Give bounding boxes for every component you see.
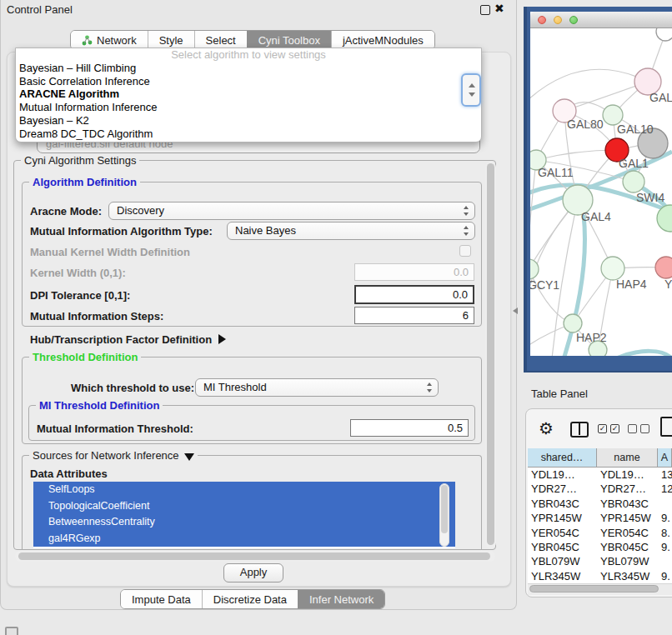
manual-kernel-width-checkbox[interactable] [459,245,471,257]
column-header-name[interactable]: name [597,448,658,468]
network-node[interactable] [564,314,582,332]
data-attributes-list[interactable]: SelfLoopsTopologicalCoefficientBetweenne… [33,482,455,548]
table-cell: 9. [661,540,670,554]
bottom-tab-bar: Impute DataDiscretize DataInfer Network [120,589,385,609]
settings-vertical-scrollbar-thumb[interactable] [487,163,494,545]
network-edge[interactable] [611,351,672,356]
network-graph[interactable]: GALGAL80GAL10GAL1GAL11SWI4GAL4GCY1HAP4YH… [530,28,672,356]
node-label: Y [664,278,672,291]
tab-infer-network[interactable]: Infer Network [298,590,384,608]
node-table[interactable]: shared…nameAYDL19…YDL19…13YDR27…YDR27…12… [528,448,672,584]
node-label: GAL [649,91,672,104]
table-row[interactable]: YBR043CYBR043C [528,497,672,511]
node-label: HAP2 [576,331,607,344]
deselect-checkbox-icon[interactable] [640,424,649,433]
network-window: GALGAL80GAL10GAL1GAL11SWI4GAL4GCY1HAP4YH… [530,12,672,356]
aracne-mode-combobox[interactable]: Discovery [108,202,475,220]
table-cell: 8. [661,526,670,540]
minimized-panel-icon[interactable] [5,627,18,635]
network-canvas[interactable]: GALGAL80GAL10GAL1GAL11SWI4GAL4GCY1HAP4YH… [530,28,672,356]
algorithm-dropdown-popup: Select algorithm to view settings Bayesi… [15,48,482,142]
close-traffic-light-icon[interactable] [538,16,546,24]
apply-button[interactable]: Apply [223,563,283,582]
tab-label: Cyni Toolbox [258,34,320,47]
tab-label: Network [97,34,137,47]
column-header-shared[interactable]: shared… [528,448,597,468]
stepper-down-icon [464,212,469,216]
algorithm-option[interactable]: Mutual Information Inference [16,101,481,114]
close-panel-icon[interactable]: ✖ [494,2,504,15]
table-row[interactable]: YDR27…YDR27…12 [528,482,672,496]
deselect-checkbox-icon[interactable] [628,424,637,433]
hub-definition-toggle[interactable]: Hub/Transcription Factor Definition [30,333,226,346]
tab-impute-data[interactable]: Impute Data [121,590,202,608]
table-cell: YDR27… [600,482,646,496]
table-row[interactable]: YLR345WYLR345W9. [528,569,672,583]
mi-threshold-field[interactable]: 0.5 [350,419,469,437]
tab-select[interactable]: Select [194,31,247,49]
table-settings-gear-icon[interactable]: ⚙ [539,419,554,438]
float-window-icon[interactable] [480,5,490,15]
network-window-titlebar[interactable] [530,12,672,28]
column-header-A[interactable]: A [658,448,672,468]
mi-steps-field[interactable]: 6 [354,307,474,324]
select-checkbox-icon[interactable]: ✓ [610,424,619,433]
algorithm-popup-items: Bayesian – Hill ClimbingBasic Correlatio… [16,62,481,140]
network-edge[interactable] [536,150,617,160]
mi-algorithm-type-combobox[interactable]: Naive Bayes [227,222,475,240]
select-checkbox-icon[interactable]: ✓ [598,424,607,433]
attributes-scrollbar-thumb[interactable] [441,485,448,533]
algorithm-option[interactable]: Bayesian – K2 [16,114,481,128]
tab-cyni-toolbox[interactable]: Cyni Toolbox [247,31,331,49]
dpi-tolerance-field[interactable]: 0.0 [354,285,474,304]
algorithm-option[interactable]: ARACNE Algorithm [16,88,481,101]
algorithm-combobox-stepper[interactable] [461,73,481,107]
tab-style[interactable]: Style [148,31,194,49]
attribute-item[interactable]: SelfLoops [33,482,455,498]
which-threshold-combobox[interactable]: MI Threshold [195,378,439,397]
algorithm-option[interactable]: Basic Correlation Inference [16,75,481,88]
threshold-definition-title: Threshold Definition [29,351,141,363]
collapsed-arrow-icon [218,334,226,344]
attribute-item[interactable]: TopologicalCoefficient [33,498,455,515]
network-node[interactable] [623,171,644,192]
network-node[interactable] [655,257,672,278]
stepper-up-icon [427,382,432,386]
network-edge[interactable] [530,269,573,323]
network-node[interactable] [601,257,624,280]
stepper-down-icon [469,92,475,97]
table-row[interactable]: YER054CYER054C8. [528,526,672,540]
table-horizontal-scrollbar-thumb[interactable] [529,585,659,592]
table-row[interactable]: YBL079WYBL079W [528,554,672,568]
data-attributes-label: Data Attributes [30,468,108,480]
stepper-down-icon [427,389,432,392]
network-edge[interactable] [530,69,648,100]
tab-label: Style [159,34,183,47]
tab-network[interactable]: Network [71,31,148,49]
algorithm-option[interactable]: Bayesian – Hill Climbing [16,62,481,75]
node-label: GAL4 [581,210,611,223]
network-edge[interactable] [530,160,536,250]
tab-label: jActiveMNodules [343,34,424,47]
split-columns-icon[interactable] [570,422,589,438]
settings-horizontal-scrollbar-thumb[interactable] [18,552,490,560]
attribute-item[interactable]: BetweennessCentrality [33,514,455,531]
attribute-item[interactable]: gal4RGexp [33,531,455,548]
minimize-traffic-light-icon[interactable] [554,16,562,24]
table-row[interactable]: YBR045CYBR045C9. [528,540,672,554]
table-cell: YBR043C [531,497,579,511]
panel-collapse-handle-icon[interactable] [513,308,518,314]
sources-toggle[interactable]: Sources for Network Inference [29,449,198,462]
mi-threshold-group-title: MI Threshold Definition [36,399,163,412]
stepper-down-icon [464,232,469,236]
zoom-traffic-light-icon[interactable] [569,16,578,24]
network-node[interactable] [656,28,672,41]
tab-jactivemnodules[interactable]: jActiveMNodules [331,31,434,49]
algorithm-option[interactable]: Dream8 DC_TDC Algorithm [16,128,481,141]
table-cell: YDL19… [531,468,575,482]
mi-steps-label: Mutual Information Steps: [30,310,163,322]
tab-discretize-data[interactable]: Discretize Data [202,590,298,608]
export-table-icon[interactable] [660,417,672,437]
table-row[interactable]: YPR145WYPR145W9. [528,511,672,525]
table-row[interactable]: YDL19…YDL19…13 [528,468,672,482]
